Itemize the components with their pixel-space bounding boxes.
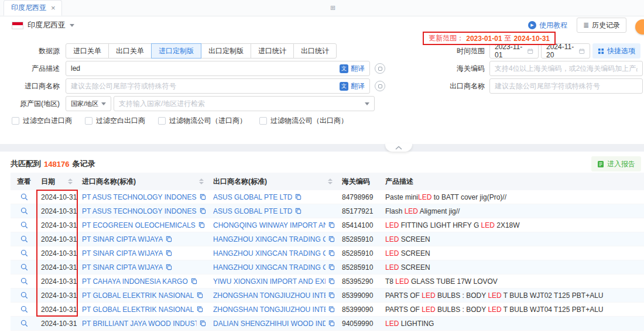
- date-from-input[interactable]: 2023-11-01: [489, 43, 539, 59]
- importer-link[interactable]: PT GLOBAL ELEKTRIK NASIONAL: [82, 305, 194, 314]
- importer-link[interactable]: PT SINAR CIPTA WIJAYA: [82, 249, 163, 258]
- copy-icon[interactable]: [328, 250, 335, 256]
- copy-icon[interactable]: [295, 208, 302, 214]
- table-row: 2024-10-31 PT SINAR CIPTA WIJAYA HANGZHO…: [11, 260, 644, 274]
- view-row-button[interactable]: [20, 235, 28, 243]
- table-row: 2024-10-31 PT GLOBAL ELEKTRIK NASIONAL Z…: [11, 303, 644, 317]
- view-row-button[interactable]: [20, 263, 28, 271]
- checkbox-icon: [158, 117, 166, 125]
- copy-icon[interactable]: [166, 236, 172, 242]
- checkbox-icon: [259, 117, 267, 125]
- scan-circle-icon[interactable]: [375, 63, 385, 74]
- checkbox-filter-logistics-exporter[interactable]: 过滤物流公司（出口商）: [259, 116, 348, 126]
- copy-icon[interactable]: [200, 194, 206, 200]
- tab-import-declaration[interactable]: 进口关单: [66, 43, 109, 59]
- date-to-input[interactable]: 2024-11-20: [541, 43, 590, 59]
- tab-export-custom[interactable]: 出口定制版: [201, 43, 251, 59]
- exporter-link[interactable]: ZHONGSHAN TONGJIUZHOU INTERNA...: [213, 305, 326, 314]
- tab-import-statistics[interactable]: 进口统计: [251, 43, 294, 59]
- country-selector[interactable]: 印度尼西亚: [12, 20, 74, 30]
- exporter-link[interactable]: CHONGQING WINWAY IMPORT AND E...: [213, 221, 326, 229]
- hs-code-input[interactable]: [495, 64, 638, 73]
- view-row-button[interactable]: [20, 320, 28, 327]
- page-tab[interactable]: 印度尼西亚 ×: [4, 0, 62, 16]
- copy-icon[interactable]: [191, 278, 197, 284]
- view-row-button[interactable]: [20, 249, 28, 257]
- product-desc-label: 产品描述: [0, 64, 66, 74]
- copy-icon[interactable]: [200, 320, 206, 327]
- copy-icon[interactable]: [328, 236, 335, 242]
- collapse-panel-handle[interactable]: [385, 143, 412, 152]
- sort-icon[interactable]: [328, 178, 335, 184]
- view-row-button[interactable]: [20, 291, 28, 299]
- tab-import-custom[interactable]: 进口定制版: [151, 43, 201, 59]
- importer-link[interactable]: PT CAHAYA INDONESIA KARGO: [82, 277, 188, 286]
- scan-circle-icon[interactable]: [375, 81, 385, 91]
- checkbox-filter-blank-exporter[interactable]: 过滤空白出口商: [85, 116, 145, 126]
- col-header-importer[interactable]: 进口商名称(标准): [78, 173, 210, 190]
- view-row-button[interactable]: [20, 193, 28, 201]
- copy-icon[interactable]: [197, 292, 203, 298]
- col-header-date[interactable]: 日期: [37, 173, 78, 190]
- exporter-link[interactable]: HANGZHOU XINGCAN TRADING CO LTD: [213, 263, 326, 272]
- importer-input[interactable]: [71, 82, 337, 90]
- exporter-link[interactable]: HANGZHOU XINGCAN TRADING CO LTD: [213, 249, 326, 258]
- copy-icon[interactable]: [166, 250, 172, 256]
- importer-link[interactable]: PT ASUS TECHNOLOGY INDONESIA BA...: [82, 207, 197, 215]
- importer-link[interactable]: PT SINAR CIPTA WIJAYA: [82, 235, 163, 243]
- importer-link[interactable]: PT ECOGREEN OLEOCHEMICALS: [82, 221, 196, 229]
- checkbox-filter-logistics-importer[interactable]: 过滤物流公司（进口商）: [158, 116, 246, 126]
- view-row-button[interactable]: [20, 207, 28, 215]
- view-row-button[interactable]: [20, 305, 28, 313]
- product-desc-input[interactable]: [71, 64, 337, 73]
- translate-button[interactable]: 文 翻译: [340, 81, 365, 91]
- exporter-label: 出口商名称: [448, 81, 489, 91]
- origin-label: 原产国(地区): [0, 99, 66, 109]
- table-row: 2024-10-31 PT SINAR CIPTA WIJAYA HANGZHO…: [11, 232, 644, 246]
- origin-type-select[interactable]: 国家/地区: [66, 96, 111, 111]
- col-header-exporter[interactable]: 出口商名称(标准): [210, 173, 338, 190]
- enter-report-button[interactable]: 进入报告: [591, 156, 641, 171]
- origin-search-input[interactable]: [119, 99, 362, 108]
- copy-icon[interactable]: [328, 306, 335, 313]
- translate-button[interactable]: 文 翻译: [340, 64, 365, 74]
- copy-icon[interactable]: [328, 320, 335, 327]
- exporter-link[interactable]: DALIAN SHENGZHIHUI WOOD INDUST...: [213, 320, 326, 328]
- exporter-link[interactable]: YIWU XIONGXIN IMPORT AND EXPORT...: [213, 277, 326, 286]
- history-label: 历史记录: [592, 20, 620, 30]
- copy-icon[interactable]: [328, 292, 335, 298]
- importer-link[interactable]: PT SINAR CIPTA WIJAYA: [82, 263, 163, 272]
- datasource-label: 数据源: [0, 46, 66, 56]
- date-to-value: 2024-11-20: [546, 43, 577, 59]
- quick-options-button[interactable]: 快捷选项: [592, 43, 640, 59]
- history-button[interactable]: ≣ 历史记录: [577, 18, 626, 33]
- copy-icon[interactable]: [166, 264, 172, 270]
- table-row: 2024-10-31 PT ASUS TECHNOLOGY INDONESIA …: [11, 204, 644, 218]
- grid-icon[interactable]: ⊞: [330, 4, 335, 12]
- exporter-link[interactable]: ASUS GLOBAL PTE LTD: [213, 207, 292, 215]
- tutorial-link[interactable]: ▶ 使用教程: [528, 20, 567, 30]
- exporter-link[interactable]: ASUS GLOBAL PTE LTD: [213, 193, 292, 201]
- importer-link[interactable]: PT GLOBAL ELEKTRIK NASIONAL: [82, 291, 194, 300]
- checkbox-filter-blank-importer[interactable]: 过滤空白进口商: [12, 116, 72, 126]
- row-date: 2024-10-31: [37, 221, 78, 229]
- tab-export-declaration[interactable]: 出口关单: [108, 43, 152, 59]
- exporter-link[interactable]: HANGZHOU XINGCAN TRADING CO LTD: [213, 235, 326, 243]
- copy-icon[interactable]: [295, 194, 302, 200]
- sort-icon[interactable]: [68, 178, 75, 184]
- importer-link[interactable]: PT BRILLIANT JAYA WOOD INDUSTRY: [82, 320, 197, 328]
- copy-icon[interactable]: [198, 222, 205, 228]
- view-row-button[interactable]: [20, 277, 28, 285]
- copy-icon[interactable]: [200, 208, 206, 214]
- tab-close-icon[interactable]: ×: [51, 4, 56, 12]
- view-row-button[interactable]: [20, 221, 28, 229]
- copy-icon[interactable]: [328, 278, 335, 284]
- copy-icon[interactable]: [328, 222, 335, 228]
- importer-link[interactable]: PT ASUS TECHNOLOGY INDONESIA BA...: [82, 193, 197, 201]
- copy-icon[interactable]: [197, 306, 203, 313]
- copy-icon[interactable]: [328, 264, 335, 270]
- exporter-input[interactable]: [495, 82, 638, 90]
- exporter-link[interactable]: ZHONGSHAN TONGJIUZHOU INTERNA...: [213, 291, 326, 300]
- sort-icon[interactable]: [199, 178, 206, 184]
- tab-export-statistics[interactable]: 出口统计: [293, 43, 337, 59]
